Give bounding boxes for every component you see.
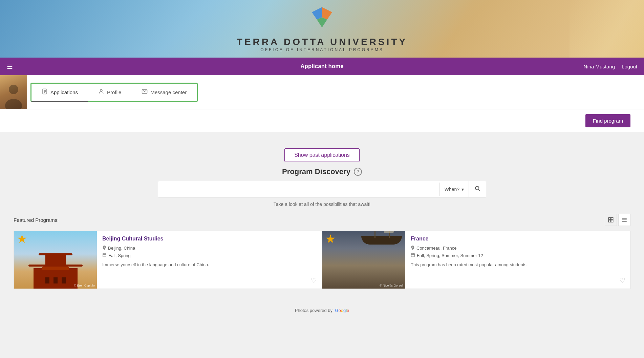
envelope-icon <box>142 88 148 96</box>
svg-point-4 <box>5 99 22 109</box>
program-meta-france: Concarneau, France Fall, Spring, Summer,… <box>411 245 625 258</box>
program-location-beijing: Beijing, China <box>102 245 316 251</box>
tab-profile-label: Profile <box>107 89 122 95</box>
hamburger-icon[interactable]: ☰ <box>7 62 13 70</box>
header-banner: TERRA DOTTA UNIVERSITY OFFICE OF INTERNA… <box>0 0 644 58</box>
program-discovery-title: Program Discovery <box>282 167 350 176</box>
svg-point-9 <box>100 89 102 91</box>
tab-message-center-label: Message center <box>150 89 187 95</box>
program-card-beijing: © Eren Capitão Beijing Cultural Studies … <box>14 231 322 289</box>
program-card-image-france: © Nicolás Gorzell <box>322 231 405 289</box>
photos-powered-by-text: Photos powered by <box>295 308 332 313</box>
program-desc-france: This program has been rated most popular… <box>411 261 625 268</box>
navbar-right: Nina Mustang Logout <box>584 64 637 69</box>
site-title: TERRA DOTTA UNIVERSITY <box>237 37 407 47</box>
svg-rect-15 <box>608 220 610 222</box>
find-program-button[interactable]: Find program <box>585 114 630 127</box>
svg-point-3 <box>9 85 18 94</box>
when-dropdown[interactable]: When? ▾ <box>439 183 469 196</box>
navbar-title: Applicant home <box>300 63 344 70</box>
program-discovery: Program Discovery ? When? ▾ Take a look … <box>0 167 644 296</box>
tabs-section: Applications Profile Message center <box>0 75 644 109</box>
site-subtitle: OFFICE OF INTERNATIONAL PROGRAMS <box>237 47 407 52</box>
svg-marker-1 <box>322 7 332 20</box>
calendar-icon-beijing <box>102 253 107 258</box>
program-name-france[interactable]: France <box>411 236 625 242</box>
svg-rect-24 <box>411 253 415 257</box>
svg-rect-16 <box>611 220 613 222</box>
logo-icon <box>308 5 336 33</box>
heart-icon-france[interactable]: ♡ <box>619 276 625 285</box>
featured-header: Featured Programs: <box>14 214 630 226</box>
grid-view-button[interactable] <box>605 214 617 226</box>
view-toggle <box>605 214 630 226</box>
tab-applications[interactable]: Applications <box>31 84 88 102</box>
program-meta-beijing: Beijing, China Fall, Spring <box>102 245 316 258</box>
google-logo: Google <box>334 308 349 313</box>
search-bar: When? ▾ <box>158 181 486 197</box>
show-past-container: Show past applications <box>0 142 644 167</box>
svg-marker-0 <box>312 7 322 20</box>
chevron-down-icon: ▾ <box>461 187 464 192</box>
featured-title: Featured Programs: <box>14 217 59 223</box>
header-logo: TERRA DOTTA UNIVERSITY OFFICE OF INTERNA… <box>237 5 407 52</box>
find-program-bar: Find program <box>0 109 644 132</box>
user-name: Nina Mustang <box>584 64 615 69</box>
page-footer: Photos powered by Google <box>0 302 644 318</box>
search-button[interactable] <box>469 181 486 197</box>
main-content: Show past applications Program Discovery… <box>0 135 644 302</box>
program-desc-beijing: Immerse yourself in the language and cul… <box>102 261 316 268</box>
programs-grid: © Eren Capitão Beijing Cultural Studies … <box>14 231 630 289</box>
tab-profile[interactable]: Profile <box>88 84 132 102</box>
photo-credit-france: © Nicolás Gorzell <box>380 284 403 287</box>
tab-container: Applications Profile Message center <box>30 83 198 102</box>
program-discovery-header: Program Discovery ? <box>14 167 630 176</box>
program-card-content-france: France Concarneau, France Fa <box>405 231 630 289</box>
search-hint: Take a look at all of the possibilities … <box>14 202 630 207</box>
program-location-france: Concarneau, France <box>411 245 625 251</box>
program-name-beijing[interactable]: Beijing Cultural Studies <box>102 236 316 242</box>
program-terms-beijing: Fall, Spring <box>102 253 316 258</box>
location-icon-france <box>411 245 415 251</box>
search-input[interactable] <box>158 182 439 196</box>
program-card-content-beijing: Beijing Cultural Studies Beijing, China <box>97 231 322 289</box>
logout-button[interactable]: Logout <box>622 64 637 69</box>
navbar: ☰ Applicant home Nina Mustang Logout <box>0 58 644 75</box>
tab-message-center[interactable]: Message center <box>131 84 197 102</box>
show-past-applications-button[interactable]: Show past applications <box>284 148 360 162</box>
svg-line-12 <box>478 189 480 191</box>
tab-applications-label: Applications <box>50 89 78 95</box>
svg-rect-14 <box>611 217 613 219</box>
help-icon[interactable]: ? <box>354 168 362 176</box>
calendar-icon-france <box>411 253 415 258</box>
program-card-france: © Nicolás Gorzell France Concarneau, Fra… <box>322 231 630 289</box>
svg-rect-13 <box>608 217 610 219</box>
list-view-button[interactable] <box>618 214 630 226</box>
user-avatar <box>0 75 27 109</box>
person-icon <box>98 88 104 96</box>
svg-point-11 <box>475 186 479 190</box>
svg-rect-20 <box>103 253 106 257</box>
photo-credit-beijing: © Eren Capitão <box>74 284 95 287</box>
heart-icon-beijing[interactable]: ♡ <box>311 276 317 285</box>
program-card-image-beijing: © Eren Capitão <box>14 231 97 289</box>
document-icon <box>42 88 48 96</box>
program-terms-france: Fall, Spring, Summer, Summer 12 <box>411 253 625 258</box>
location-icon-beijing <box>102 245 106 251</box>
